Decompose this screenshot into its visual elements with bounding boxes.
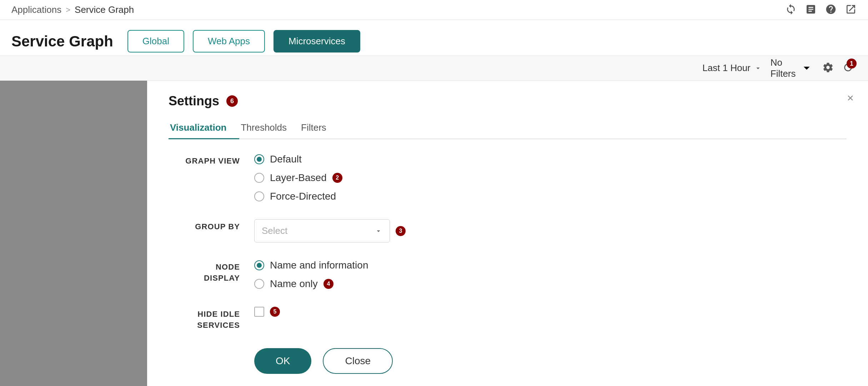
hide-idle-badge: 5 (270, 307, 280, 317)
ok-button[interactable]: OK (254, 348, 311, 374)
top-bar: Applications > Service Graph (0, 0, 868, 20)
radio-name-info[interactable]: Name and information (254, 260, 368, 271)
close-settings-button[interactable]: × (847, 92, 854, 104)
close-button[interactable]: Close (323, 348, 393, 374)
tab-filters[interactable]: Filters (300, 117, 339, 139)
hide-idle-section: HIDE IDLE SERVICES 5 (169, 307, 847, 331)
main-content: × Settings 6 Visualization Thresholds Fi… (0, 81, 868, 386)
tab-visualization[interactable]: Visualization (169, 117, 239, 139)
hide-idle-label: HIDE IDLE SERVICES (169, 307, 240, 331)
name-only-badge: 4 (323, 279, 333, 289)
radio-name-only-label: Name only (270, 278, 318, 290)
radio-force-directed-indicator (254, 191, 264, 201)
time-filter-dropdown[interactable]: Last 1 Hour (702, 62, 762, 74)
radio-name-only[interactable]: Name only 4 (254, 278, 368, 290)
graph-view-controls: Default Layer-Based 2 Force-Directed (254, 154, 342, 202)
radio-default-label: Default (270, 154, 302, 165)
settings-tabs: Visualization Thresholds Filters (169, 117, 847, 139)
node-display-label: NODE DISPLAY (169, 260, 240, 284)
radio-name-only-indicator (254, 279, 264, 289)
group-by-controls: Select 3 (254, 219, 406, 242)
tab-webapps[interactable]: Web Apps (193, 30, 265, 52)
radio-layer-based[interactable]: Layer-Based 2 (254, 172, 342, 184)
help-icon[interactable] (825, 4, 837, 16)
group-by-badge: 3 (396, 226, 406, 236)
radio-name-info-label: Name and information (270, 260, 368, 271)
tab-thresholds[interactable]: Thresholds (239, 117, 300, 139)
sync-icon[interactable] (785, 4, 797, 16)
node-display-section: NODE DISPLAY Name and information Name o… (169, 260, 847, 290)
layer-based-badge: 2 (332, 173, 342, 183)
settings-gear-button[interactable] (822, 62, 834, 75)
radio-default-indicator (254, 154, 264, 164)
filters-dropdown[interactable]: No Filters (771, 57, 814, 79)
radio-force-directed[interactable]: Force-Directed (254, 191, 342, 202)
tab-microservices[interactable]: Microservices (274, 30, 360, 52)
toolbar-row: Last 1 Hour No Filters 1 (0, 56, 868, 81)
breadcrumb: Applications > Service Graph (11, 4, 134, 15)
breadcrumb-current: Service Graph (75, 4, 134, 15)
radio-name-info-indicator (254, 260, 264, 270)
action-buttons: OK Close (169, 348, 847, 374)
group-by-dropdown[interactable]: Select (254, 219, 390, 242)
hide-idle-checkbox[interactable] (254, 307, 264, 317)
time-filter-label: Last 1 Hour (702, 62, 750, 74)
notification-badge: 1 (847, 59, 857, 69)
settings-header: Settings 6 (169, 94, 847, 109)
external-link-icon[interactable] (845, 4, 857, 16)
breadcrumb-app[interactable]: Applications (11, 4, 61, 15)
graph-view-section: GRAPH VIEW Default Layer-Based 2 Force-D… (169, 154, 847, 202)
graph-view-label: GRAPH VIEW (169, 154, 240, 167)
settings-panel: × Settings 6 Visualization Thresholds Fi… (147, 81, 868, 386)
upload-icon[interactable] (805, 4, 817, 16)
group-by-placeholder: Select (262, 225, 287, 236)
hide-idle-checkbox-box (254, 307, 264, 317)
node-display-controls: Name and information Name only 4 (254, 260, 368, 290)
group-by-label: GROUP BY (169, 219, 240, 232)
radio-force-directed-label: Force-Directed (270, 191, 336, 202)
breadcrumb-separator: > (66, 5, 70, 15)
graph-area (0, 81, 147, 386)
tab-global[interactable]: Global (127, 30, 184, 52)
settings-title: Settings (169, 94, 219, 109)
radio-layer-based-label: Layer-Based (270, 172, 327, 184)
radio-layer-based-indicator (254, 173, 264, 183)
hide-idle-controls: 5 (254, 307, 280, 317)
header-row: Service Graph Global Web Apps Microservi… (0, 20, 868, 56)
top-bar-icons (785, 4, 857, 16)
radio-default[interactable]: Default (254, 154, 342, 165)
settings-badge: 6 (226, 95, 238, 107)
filters-label: No Filters (771, 57, 796, 79)
group-by-section: GROUP BY Select 3 (169, 219, 847, 242)
page-title: Service Graph (11, 33, 113, 50)
